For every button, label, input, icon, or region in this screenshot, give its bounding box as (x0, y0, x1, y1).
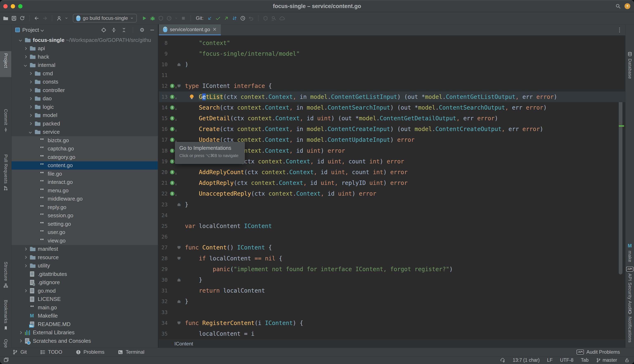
tool-window-button-git[interactable]: Git (12, 349, 27, 355)
tree-item-setting-go[interactable]: setting.go (12, 220, 158, 228)
expand-arrow-icon[interactable] (24, 248, 27, 250)
tree-item-resource[interactable]: resource (12, 253, 158, 262)
gear-icon[interactable]: ⚙ (139, 27, 145, 33)
fold-marker-icon[interactable] (178, 300, 180, 303)
tool-window-button-todo[interactable]: TODO (40, 349, 62, 355)
tree-item-user-go[interactable]: user.go (12, 228, 158, 237)
code-line-32[interactable]: 32} (159, 296, 625, 307)
code-line-13[interactable]: 13I GetList(ctx context.Context, in mode… (159, 92, 625, 102)
project-panel-title[interactable]: Project (22, 27, 39, 33)
expand-arrow-icon[interactable] (24, 264, 27, 267)
intention-bulb-icon[interactable] (190, 94, 194, 99)
status-item-utf-8[interactable]: UTF-8 (560, 358, 573, 363)
hexagon-icon[interactable] (263, 16, 268, 21)
implemented-icon[interactable]: I (170, 95, 174, 99)
window-layout-icon[interactable] (3, 357, 9, 364)
status-item-lf[interactable]: LF (547, 358, 553, 363)
searchdb-icon[interactable] (271, 16, 276, 21)
coverage-icon[interactable] (158, 16, 164, 21)
code-line-8[interactable]: 8 "context" (159, 38, 625, 48)
magnifier-icon[interactable] (615, 3, 621, 9)
implemented-icon[interactable]: I (170, 159, 174, 164)
collapse-arrow-icon[interactable] (19, 38, 22, 42)
tool-window-button-notifications[interactable]: Notifications (626, 308, 634, 344)
breadcrumb-item[interactable]: IContent (174, 341, 193, 347)
tool-window-button-structure[interactable]: Structure (0, 260, 11, 290)
tree-item-middleware-go[interactable]: middleware.go (12, 195, 158, 203)
status-item-master[interactable]: master (596, 358, 617, 363)
tree-item-internal[interactable]: internal (12, 61, 158, 70)
expand-arrow-icon[interactable] (24, 47, 27, 50)
expand-arrow-icon[interactable] (19, 331, 22, 334)
tree-item-captcha-go[interactable]: captcha.go (12, 145, 158, 153)
tree-item-category-go[interactable]: category.go (12, 153, 158, 161)
code-line-9[interactable]: 9 "focus-single/internal/model" (159, 48, 625, 59)
tree-item--gitignore[interactable]: .gitignore (12, 278, 158, 287)
code-line-10[interactable]: 10) (159, 59, 625, 70)
tree-item-file-go[interactable]: file.go (12, 170, 158, 178)
save-icon[interactable] (11, 16, 17, 21)
tree-item-packed[interactable]: packed (12, 120, 158, 128)
code-line-11[interactable]: 11 (159, 70, 625, 81)
bug-icon[interactable] (150, 16, 156, 21)
collapse-arrow-icon[interactable] (24, 64, 27, 67)
tree-item-controller[interactable]: controller (12, 86, 158, 94)
layout-icon[interactable] (3, 357, 9, 362)
expand-arrow-icon[interactable] (29, 122, 32, 125)
collapse-arrow-icon[interactable] (29, 130, 32, 134)
tree-item-external-libraries[interactable]: External Libraries (12, 328, 158, 337)
implemented-icon[interactable]: I (170, 106, 174, 110)
tree-item-utility[interactable]: utility (12, 262, 158, 270)
implemented-icon[interactable]: I (170, 181, 174, 185)
tree-item-manifest[interactable]: manifest (12, 245, 158, 254)
implemented-icon[interactable]: I (170, 84, 174, 88)
fold-marker-icon[interactable] (178, 278, 180, 282)
tree-item-bizctx-go[interactable]: bizctx.go (12, 136, 158, 145)
fold-marker-icon[interactable] (178, 257, 180, 260)
fold-marker-icon[interactable] (178, 63, 180, 66)
git-check-icon[interactable] (215, 16, 221, 21)
fold-marker-icon[interactable] (178, 84, 180, 88)
tree-item--gitattributes[interactable]: .gitattributes (12, 270, 158, 278)
code-line-16[interactable]: 16I Create(ctx context.Context, in model… (159, 124, 625, 134)
code-line-15[interactable]: 15I GetDetail(ctx context.Context, id ui… (159, 113, 625, 124)
status-item-lock[interactable] (624, 358, 630, 363)
implemented-icon[interactable]: I (170, 138, 174, 142)
code-line-29[interactable]: 29 panic("implement not found for interf… (159, 264, 625, 274)
tab-service-content-go[interactable]: service/content.go ✕ (159, 24, 221, 35)
expand-arrow-icon[interactable] (29, 114, 32, 117)
target-icon[interactable] (101, 27, 106, 33)
play-icon[interactable] (142, 16, 147, 21)
code-line-34[interactable]: 34func RegisterContent(i IContent) { (159, 318, 625, 328)
implemented-icon[interactable]: I (170, 192, 174, 196)
arrow-right-icon[interactable] (42, 16, 48, 21)
code-line-26[interactable]: 26 (159, 232, 625, 242)
code-line-20[interactable]: 20I AddReplyCount(ctx context.Context, i… (159, 167, 625, 178)
git-ur-icon[interactable] (224, 16, 229, 21)
status-item-cloud-gear[interactable] (500, 358, 505, 363)
chev-down-icon[interactable] (174, 16, 178, 20)
code-line-31[interactable]: 31 return localContent (159, 286, 625, 296)
tool-window-button-api-security-audit[interactable]: /APIAPI Security Audit (626, 265, 634, 314)
tree-item-content-go[interactable]: content.go (12, 161, 158, 170)
arrow-left-icon[interactable] (34, 16, 40, 21)
fold-marker-icon[interactable] (178, 246, 180, 249)
chevron-down-icon[interactable] (41, 28, 44, 32)
minus-icon[interactable] (150, 27, 155, 33)
sync-icon[interactable] (20, 16, 25, 21)
fold-marker-icon[interactable] (178, 203, 180, 206)
code-line-28[interactable]: 28 if localContent == nil { (159, 253, 625, 264)
expand-arrow-icon[interactable] (29, 80, 32, 83)
git-dl-icon[interactable] (207, 16, 212, 21)
clock-icon[interactable] (240, 16, 246, 21)
status-item-tab[interactable]: Tab (581, 358, 588, 363)
tool-window-button-commit[interactable]: Commit (0, 107, 11, 134)
expand-arrow-icon[interactable] (29, 72, 32, 75)
tree-item-logic[interactable]: logic (12, 103, 158, 111)
tool-window-button-pull-requests[interactable]: Pull Requests (0, 152, 11, 193)
tree-item-license[interactable]: LICENSE (12, 295, 158, 304)
code-line-24[interactable]: 24 (159, 210, 625, 220)
collapse-all-icon[interactable] (121, 27, 127, 33)
run-configuration-selector[interactable]: go build focus-single (73, 14, 137, 22)
status-item-13-7-1-char-[interactable]: 13:7 (1 char) (513, 358, 540, 363)
